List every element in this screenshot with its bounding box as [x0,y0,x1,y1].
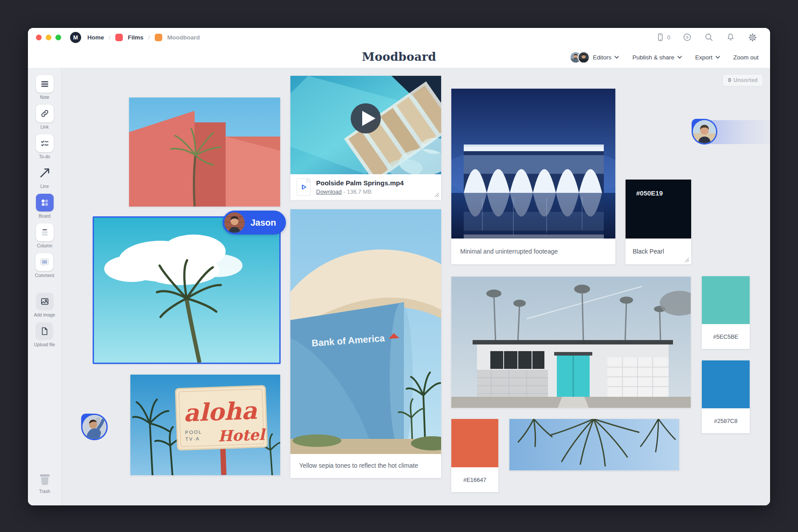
collaborator-avatar[interactable] [692,119,717,145]
search-button[interactable] [704,32,714,42]
board-canvas[interactable]: 0 Unsorted [62,68,770,505]
swatch-hex: #050E19 [636,189,663,197]
board-icon [40,198,50,207]
breadcrumb-separator: / [149,34,150,41]
meta-separator: - [343,188,345,195]
unsorted-label: Unsorted [733,77,758,83]
editor-avatars [570,51,590,63]
app-logo[interactable]: M [70,32,81,43]
editors-label: Editors [593,54,611,61]
swatch-card-teal[interactable]: #5EC5BE [701,276,750,349]
breadcrumb-home[interactable]: Home [87,34,104,41]
editors-menu[interactable]: Editors [570,51,619,63]
swatch-color-area: #050E19 [626,180,691,239]
aloha-sign-text: aloha [183,396,258,427]
tool-upload-file[interactable]: Upload file [34,322,55,347]
tool-line[interactable]: Line [36,164,54,189]
bell-icon [726,32,735,42]
trash-button[interactable]: Trash [37,473,53,494]
image-card-bank-building[interactable]: Bank of America [290,209,442,478]
image-card-palm-fronds[interactable] [509,419,680,471]
image-caption[interactable]: Minimal and uninterrupted footeage [451,239,615,264]
image-card-modernist-building[interactable]: Minimal and uninterrupted footeage [451,88,616,265]
download-link[interactable]: Download [316,188,342,195]
tool-label: Add image [34,313,55,317]
maximize-window-button[interactable] [55,35,61,40]
gear-icon [747,32,758,43]
tool-board[interactable]: Board [36,194,54,219]
chevron-down-icon [614,56,619,59]
minimize-window-button[interactable] [46,35,51,40]
help-button[interactable]: ? [682,32,692,42]
video-thumbnail[interactable] [290,76,441,174]
tool-label: Column [37,243,52,248]
unsorted-badge[interactable]: 0 Unsorted [723,74,763,86]
breadcrumb-separator: / [109,34,111,41]
collaborator-pill-jason[interactable]: Jason [223,211,286,235]
collaborator-name: Jason [250,218,276,228]
video-file-icon [297,178,311,196]
swatch-card-orange[interactable]: #E16647 [451,419,499,493]
caption-text: Minimal and uninterrupted footeage [460,248,558,255]
swatch-hex: #2587C8 [702,408,750,433]
tool-label: Line [40,184,49,189]
tool-note[interactable]: Note [36,75,54,100]
collaborator-avatar [224,212,245,233]
tool-link[interactable]: Link [36,105,54,129]
pool-sign-text: POOL [185,429,202,435]
swatch-color-area [702,276,750,324]
tool-label: Note [40,95,49,100]
resize-handle[interactable] [685,258,689,262]
tool-column[interactable]: Column [36,223,54,248]
tool-comment[interactable]: Comment [35,253,54,278]
tool-label: To-do [39,154,50,159]
tool-todo[interactable]: To-do [36,134,54,159]
publish-share-menu[interactable]: Publish & share [632,54,682,61]
file-size: 136.7 MB [347,188,372,195]
tool-add-image[interactable]: Add image [34,293,55,317]
breadcrumb: Home / Films / Moodboard [87,34,200,41]
swatch-card-black-pearl[interactable]: #050E19 Black Pearl [625,179,692,265]
swatch-hex: #5EC5BE [702,324,750,349]
add-image-icon [40,297,50,306]
close-window-button[interactable] [36,35,42,40]
settings-button[interactable] [747,32,758,43]
video-card[interactable]: Poolside Palm Springs.mp4 Download - 136… [290,75,442,200]
swatch-name: Black Pearl [626,239,691,264]
tool-label: Trash [39,489,50,494]
device-count: 0 [667,34,670,41]
collaborator-cursor-right[interactable] [692,119,770,145]
window-controls [36,35,61,40]
breadcrumb-films[interactable]: Films [128,34,143,41]
moodboard-board-icon [155,34,162,41]
image-card-aloha-hotel[interactable]: aloha Hotel POOL TV·A [130,374,281,476]
mobile-device-indicator[interactable]: 0 [655,32,670,42]
link-icon [40,109,50,118]
phone-icon [655,32,665,42]
breadcrumb-moodboard[interactable]: Moodboard [167,34,200,41]
swatch-hex: #E16647 [451,467,498,492]
image-caption[interactable]: Yellow sepia tones to reflect the hot cl… [290,454,441,477]
upload-file-icon [39,326,49,336]
caption-text: Yellow sepia tones to reflect the hot cl… [299,462,418,469]
note-icon [40,79,50,89]
swatch-color-area [702,360,750,408]
export-menu[interactable]: Export [695,54,720,61]
chevron-down-icon [716,56,720,59]
swatch-card-blue[interactable]: #2587C8 [701,360,750,434]
notifications-button[interactable] [726,32,735,42]
films-board-icon [115,34,123,41]
column-icon [40,227,50,237]
image-card-pink-buildings[interactable] [129,97,281,207]
publish-share-label: Publish & share [632,54,674,61]
board-header: Moodboard Editors Publish & share [28,47,770,68]
image-card-palm-cloud-selected[interactable] [93,216,281,364]
video-filename: Poolside Palm Springs.mp4 [316,179,404,187]
todo-icon [40,138,50,148]
titlebar: M Home / Films / Moodboard 0 ? [28,28,770,47]
resize-handle[interactable] [434,192,439,197]
zoom-out-button[interactable]: Zoom out [733,54,759,61]
tool-label: Comment [35,273,54,278]
collaborator-cursor-left[interactable] [81,414,108,440]
image-card-midcentury-house[interactable] [451,276,691,408]
